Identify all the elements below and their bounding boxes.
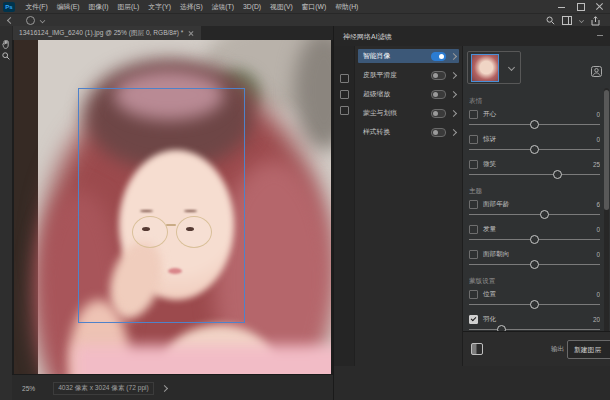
chevron-right-icon[interactable]	[450, 128, 457, 135]
slider-handle[interactable]	[530, 120, 539, 129]
toggle-knob	[433, 92, 438, 97]
search-icon[interactable]	[546, 16, 555, 25]
menu-item[interactable]: 文字(Y)	[144, 0, 176, 13]
slider-track[interactable]	[469, 299, 600, 310]
slider-checkbox[interactable]	[469, 290, 478, 299]
slider-checkbox[interactable]	[469, 225, 478, 234]
toggle-knob	[433, 111, 438, 116]
scrollbar[interactable]	[604, 88, 609, 340]
chevron-down-icon	[508, 64, 515, 71]
slider-value: 20	[593, 316, 600, 323]
menu-item[interactable]: 视图(V)	[266, 0, 298, 13]
filter-toggle[interactable]	[431, 109, 446, 118]
slider-value: 0	[596, 136, 600, 143]
portrait-icon[interactable]	[591, 66, 602, 77]
filter-item[interactable]: 皮肤平滑度	[358, 68, 459, 82]
menu-item[interactable]: 图层(L)	[113, 0, 144, 13]
slider-checkbox[interactable]	[469, 110, 478, 119]
slider-handle[interactable]	[530, 235, 539, 244]
chevron-down-icon[interactable]	[40, 18, 46, 24]
all-filters-icon[interactable]	[340, 74, 349, 83]
filter-item[interactable]: 蒙尘与划痕	[358, 106, 459, 120]
slider-track[interactable]	[469, 209, 600, 220]
menu-item[interactable]: 3D(D)	[238, 0, 265, 13]
chevron-right-icon[interactable]	[450, 109, 457, 116]
slider-value: 0	[596, 291, 600, 298]
document-dimensions: 4032 像素 x 3024 像素 (72 ppi)	[53, 382, 154, 395]
chevron-right-icon[interactable]	[450, 90, 457, 97]
menu-item[interactable]: 编辑(E)	[52, 0, 84, 13]
menu-item[interactable]: 滤镜(T)	[207, 0, 238, 13]
panel-menu-icon[interactable]	[597, 35, 603, 36]
tab-close-icon[interactable]	[188, 30, 195, 37]
maximize-icon[interactable]	[572, 0, 591, 13]
face-thumbnail[interactable]	[471, 54, 499, 82]
slider-handle[interactable]	[530, 300, 539, 309]
slider-value: 6	[596, 201, 600, 208]
filter-toggle[interactable]	[431, 71, 446, 80]
slider-checkbox[interactable]	[469, 250, 478, 259]
menu-item[interactable]: 图像(I)	[84, 0, 113, 13]
preview-split-icon[interactable]	[471, 343, 483, 355]
brush-size-icon[interactable]	[26, 16, 35, 25]
filter-toggle[interactable]	[431, 52, 446, 61]
beta-filters-icon[interactable]	[340, 106, 349, 115]
slider-checkbox[interactable]	[469, 315, 478, 324]
face-detection-box[interactable]	[78, 88, 245, 323]
slider-track[interactable]	[469, 144, 600, 155]
slider-label: 羽化	[483, 315, 496, 324]
slider-track[interactable]	[469, 119, 600, 130]
menu-item[interactable]: 选择(S)	[176, 0, 208, 13]
workspace-layout-icon[interactable]	[562, 16, 572, 25]
slider-handle[interactable]	[540, 210, 549, 219]
slider-value: 25	[593, 161, 600, 168]
share-icon[interactable]	[591, 16, 600, 26]
slider-label: 开心	[483, 110, 496, 119]
menu-item[interactable]: 窗口(W)	[297, 0, 331, 13]
filter-label: 超级缩放	[363, 89, 390, 99]
toggle-knob	[433, 73, 438, 78]
filter-item[interactable]: 样式转换	[358, 125, 459, 139]
slider-track[interactable]	[469, 259, 600, 270]
output-dropdown[interactable]: 新建图层	[567, 340, 610, 359]
filter-toggle[interactable]	[431, 128, 446, 137]
filter-toggle[interactable]	[431, 90, 446, 99]
filter-item[interactable]: 智能肖像	[358, 49, 459, 63]
back-chevron-icon[interactable]	[7, 17, 14, 24]
photoshop-window: Ps 文件(F)编辑(E)图像(I)图层(L)文字(Y)选择(S)滤镜(T)3D…	[0, 0, 610, 400]
zoom-tool-icon[interactable]	[0, 50, 12, 62]
portrait-photo	[14, 40, 331, 374]
slider-handle[interactable]	[553, 170, 562, 179]
slider-checkbox[interactable]	[469, 200, 478, 209]
slider-handle[interactable]	[530, 260, 539, 269]
slider-groups: 表情开心0惊讶0微笑25主题面部年龄6发量0面部朝向0蒙版设置位置0羽化20实施…	[469, 90, 600, 340]
slider-checkbox[interactable]	[469, 160, 478, 169]
chevron-right-icon[interactable]	[450, 71, 457, 78]
slider-row: 面部年龄6	[469, 199, 600, 220]
filter-item[interactable]: 超级缩放	[358, 87, 459, 101]
scrollbar-thumb[interactable]	[604, 90, 609, 210]
filter-label: 智能肖像	[363, 51, 390, 61]
menu-item[interactable]: 文件(F)	[21, 0, 52, 13]
zoom-level[interactable]: 25%	[22, 385, 35, 392]
slider-track[interactable]	[469, 234, 600, 245]
hand-tool-icon[interactable]	[0, 38, 12, 50]
face-selector[interactable]	[467, 51, 521, 84]
slider-handle[interactable]	[530, 145, 539, 154]
panel-rail	[334, 46, 355, 366]
minimize-icon[interactable]	[553, 0, 572, 13]
output-label: 输出	[551, 345, 564, 354]
panel-header: 神经网络AI滤镜	[334, 26, 610, 46]
close-icon[interactable]	[591, 0, 610, 13]
menu-item[interactable]: 帮助(H)	[331, 0, 363, 13]
slider-track[interactable]	[469, 169, 600, 180]
canvas[interactable]	[12, 40, 333, 374]
chevron-right-icon[interactable]	[450, 52, 457, 59]
wait-list-icon[interactable]	[340, 90, 349, 99]
output-value: 新建图层	[574, 345, 601, 355]
document-tab[interactable]: 13416124_IMG_6240 (1).jpg @ 25% (图层 0, R…	[13, 26, 201, 40]
slider-checkbox[interactable]	[469, 135, 478, 144]
chevron-down-icon[interactable]	[579, 18, 584, 23]
filter-list: 智能肖像皮肤平滑度超级缩放蒙尘与划痕样式转换	[355, 46, 462, 366]
status-chevron-icon[interactable]	[161, 384, 168, 391]
